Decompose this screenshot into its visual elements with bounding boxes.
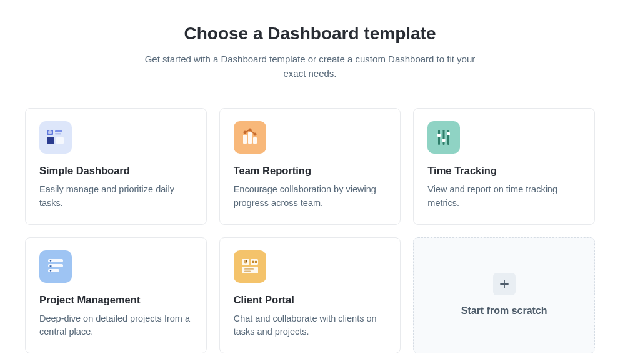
template-description: View and report on time tracking metrics…: [428, 183, 581, 210]
svg-rect-14: [438, 130, 440, 145]
simple-dashboard-icon: [39, 121, 72, 154]
svg-rect-2: [55, 130, 62, 132]
svg-rect-6: [243, 135, 247, 144]
page-subtitle: Get started with a Dashboard template or…: [135, 52, 485, 81]
start-from-scratch-label: Start from scratch: [461, 305, 548, 317]
plus-icon: [493, 273, 516, 295]
svg-rect-7: [248, 132, 252, 144]
svg-rect-22: [48, 269, 59, 272]
svg-rect-31: [242, 267, 258, 273]
svg-rect-8: [253, 137, 257, 144]
template-card-simple-dashboard[interactable]: Simple Dashboard Easily manage and prior…: [25, 108, 207, 225]
svg-point-23: [50, 260, 51, 261]
client-portal-icon: [234, 250, 266, 283]
page-title: Choose a Dashboard template: [25, 24, 595, 44]
team-reporting-icon: [234, 121, 266, 154]
template-card-time-tracking[interactable]: Time Tracking View and report on time tr…: [413, 108, 595, 225]
project-management-icon: [39, 250, 72, 283]
template-title: Project Management: [39, 294, 192, 306]
header: Choose a Dashboard template Get started …: [25, 24, 595, 81]
svg-rect-4: [47, 137, 54, 144]
template-card-client-portal[interactable]: Client Portal Chat and collaborate with …: [219, 237, 401, 354]
template-card-team-reporting[interactable]: Team Reporting Encourage collaboration b…: [219, 108, 401, 225]
svg-rect-17: [442, 139, 446, 142]
svg-point-29: [252, 260, 254, 263]
svg-point-1: [48, 130, 52, 134]
template-chooser: Choose a Dashboard template Get started …: [0, 0, 620, 364]
svg-rect-18: [448, 130, 449, 145]
svg-point-25: [50, 270, 51, 271]
template-title: Client Portal: [234, 294, 387, 306]
svg-rect-32: [244, 268, 254, 270]
svg-rect-19: [447, 132, 450, 135]
template-title: Simple Dashboard: [39, 165, 192, 177]
time-tracking-icon: [428, 121, 460, 154]
template-description: Chat and collaborate with clients on tas…: [234, 312, 387, 340]
svg-rect-3: [55, 133, 61, 135]
start-from-scratch-card[interactable]: Start from scratch: [413, 237, 595, 354]
svg-rect-16: [443, 130, 445, 145]
template-description: Easily manage and prioritize daily tasks…: [39, 183, 192, 210]
template-description: Deep-dive on detailed projects from a ce…: [39, 312, 192, 340]
svg-rect-5: [56, 137, 64, 144]
template-title: Time Tracking: [428, 165, 581, 177]
template-title: Team Reporting: [234, 165, 387, 177]
svg-rect-15: [438, 134, 441, 137]
svg-point-30: [254, 260, 257, 263]
template-card-project-management[interactable]: Project Management Deep-dive on detailed…: [25, 237, 207, 354]
svg-rect-33: [244, 270, 251, 272]
template-grid: Simple Dashboard Easily manage and prior…: [25, 108, 595, 353]
template-description: Encourage collaboration by viewing progr…: [234, 183, 387, 210]
